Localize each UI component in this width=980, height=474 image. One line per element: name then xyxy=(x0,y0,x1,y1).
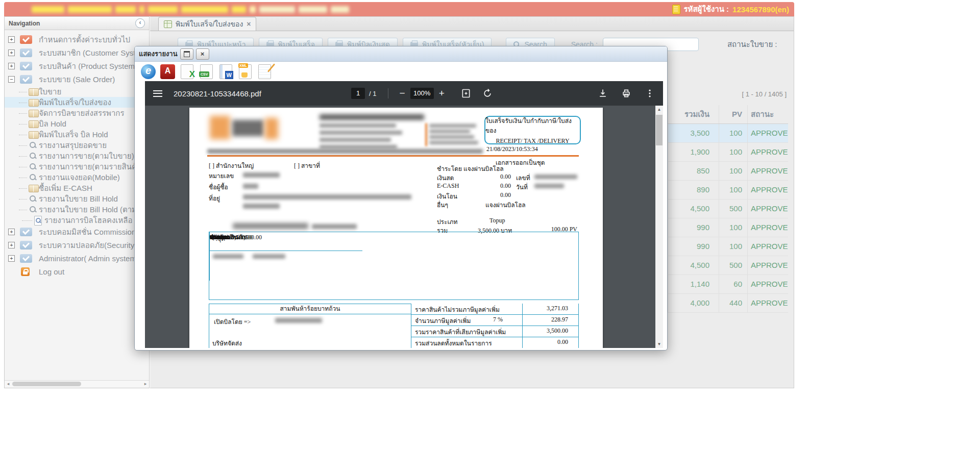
sidebar-item[interactable]: +ระบบสินค้า (Product System) xyxy=(5,60,149,73)
zoom-level-value[interactable]: 100% xyxy=(410,88,434,99)
amount-value: 3,500 xyxy=(668,124,719,142)
sidebar-item[interactable]: รายงานใบขาย Bill Hold xyxy=(5,193,149,204)
tree-expander-icon[interactable]: − xyxy=(8,76,15,83)
tree-expander-icon[interactable]: + xyxy=(8,49,15,56)
tree-expander-icon[interactable]: + xyxy=(8,63,15,69)
sidebar-item[interactable]: ใบขาย xyxy=(5,86,149,97)
tree-connector xyxy=(19,135,27,135)
amount-value: 990 xyxy=(668,237,719,256)
sidebar-item[interactable]: +ระบบความปลอดภัย(Security Syst xyxy=(5,239,149,252)
sales-row[interactable]: 990100APPROVE xyxy=(668,218,788,237)
pdf-content-area[interactable]: ใบเสร็จรับเงิน/ใบกำกับภาษี/ใบส่งของ RECE… xyxy=(145,106,663,348)
tree-connector xyxy=(19,124,27,124)
zoom-in-button[interactable]: + xyxy=(434,88,450,99)
menu-icon[interactable] xyxy=(153,90,162,97)
notes-export-button[interactable] xyxy=(258,64,271,79)
tab-close-icon[interactable]: × xyxy=(247,20,251,28)
xml-export-button[interactable] xyxy=(239,64,252,79)
sidebar-item[interactable]: รายงานการขาย(ตามรายสินค้า) xyxy=(5,161,149,172)
fit-page-button[interactable] xyxy=(461,88,471,98)
document-type-box: ใบเสร็จรับเงิน/ใบกำกับภาษี/ใบส่งของ RECE… xyxy=(484,116,581,144)
print-preview-export-button[interactable] xyxy=(141,64,156,79)
sales-row[interactable]: 1,900100APPROVE xyxy=(668,143,788,162)
redacted-text xyxy=(253,254,285,259)
sidebar-collapse-button[interactable]: ‹ xyxy=(135,18,145,28)
redacted-text xyxy=(331,6,349,13)
scrollbar-thumb[interactable] xyxy=(656,115,663,145)
sidebar-item[interactable]: Log out xyxy=(5,265,149,279)
page-number-input[interactable]: 1 xyxy=(351,88,365,99)
amount-in-words-box: สามพันห้าร้อยบาทถ้วน xyxy=(209,304,411,314)
rotate-button[interactable] xyxy=(482,88,493,98)
sidebar-item[interactable]: −ระบบขาย (Sale Order) xyxy=(5,73,149,86)
amount-value: 100 xyxy=(719,181,747,199)
more-options-button[interactable] xyxy=(645,88,655,98)
excel-export-button[interactable] xyxy=(181,64,193,79)
redacted-text xyxy=(320,131,402,135)
sidebar-item[interactable]: +ระบบคอมมิสชั่น Commission) xyxy=(5,226,149,239)
sidebar-item[interactable]: +Administrator( Admin system) xyxy=(5,252,149,265)
pdf-page-controls: 1 / 1 − 100% + xyxy=(351,88,493,99)
tree-expander-icon[interactable]: + xyxy=(8,229,15,235)
dialog-close-button[interactable]: × xyxy=(196,48,209,60)
csv-export-button[interactable] xyxy=(200,64,213,79)
sales-row[interactable]: 4,000440APPROVE xyxy=(668,294,788,313)
sales-row[interactable]: 890100APPROVE xyxy=(668,181,788,199)
sales-row[interactable]: 1,14060APPROVE xyxy=(668,275,788,294)
scroll-down-icon[interactable]: ▼ xyxy=(655,340,663,348)
tab-print-receipt[interactable]: พิมพ์ใบเสร็จ/ใบส่งของ × xyxy=(158,17,256,31)
sidebar-item[interactable]: +กำหนดการตั้งค่าระบบทั่วไป xyxy=(5,33,149,46)
tree-expander-icon[interactable]: + xyxy=(8,255,15,262)
sidebar-item[interactable]: รายงานสรุปยอดขาย xyxy=(5,140,149,151)
print-icon xyxy=(621,88,631,98)
doc-title-th: ใบเสร็จรับเงิน/ใบกำกับภาษี/ใบส่งของ xyxy=(485,116,580,135)
pagination-indicator: [ 1 - 10 / 1405 ] xyxy=(742,90,787,98)
scroll-up-icon[interactable]: ▲ xyxy=(655,106,663,113)
dialog-titlebar[interactable]: แสดงรายงาน × xyxy=(135,46,667,62)
export-toolbar xyxy=(135,62,667,81)
scroll-left-icon[interactable]: ◂ xyxy=(5,381,12,387)
amount-value: 1,900 xyxy=(668,143,719,161)
redacted-text xyxy=(213,254,243,259)
status-value: APPROVE xyxy=(747,162,788,180)
sales-row[interactable]: 3,500100APPROVE xyxy=(668,124,788,143)
dialog-body: 20230821-105334468.pdf 1 / 1 − 100% + xyxy=(135,62,667,350)
sidebar-item[interactable]: รายงานใบขาย Bill Hold (ตามราย xyxy=(5,204,149,215)
amount-value: 890 xyxy=(668,181,719,199)
sidebar-item[interactable]: รายงานแจงยอด(Mobile) xyxy=(5,172,149,183)
sales-row[interactable]: 4,500500APPROVE xyxy=(668,199,788,218)
sales-row[interactable]: 990100APPROVE xyxy=(668,237,788,256)
amount-value: 100 xyxy=(719,124,747,142)
sidebar-item[interactable]: จัดการบิลขายส่งสรรพากร xyxy=(5,108,149,118)
redacted-text xyxy=(259,6,295,13)
tree-expander-icon[interactable]: + xyxy=(8,36,15,43)
tree-connector xyxy=(19,167,27,167)
opened-by-label: เปิดบิลโดย => xyxy=(214,317,251,327)
tree-expander-icon[interactable]: + xyxy=(8,242,15,248)
sidebar-horizontal-scrollbar[interactable]: ◂ ▸ xyxy=(5,380,149,388)
search-icon xyxy=(29,141,37,149)
sidebar-item[interactable]: พิมพ์ใบเสร็จ บิล Hold xyxy=(5,129,149,140)
sales-row[interactable]: 850100APPROVE xyxy=(668,162,788,181)
sidebar-item[interactable]: บิล Hold xyxy=(5,118,149,129)
type-value: Topup xyxy=(489,217,505,224)
scrollbar-thumb[interactable] xyxy=(12,382,81,386)
pdf-export-button[interactable] xyxy=(160,64,175,79)
sidebar-item[interactable]: รายงานการขาย(ตามใบขาย) xyxy=(5,151,149,161)
sales-row[interactable]: 4,500500APPROVE xyxy=(668,256,788,275)
word-export-button[interactable] xyxy=(219,64,232,79)
sidebar-item[interactable]: พิมพ์ใบเสร็จ/ใบส่งของ xyxy=(5,97,149,108)
pdf-vertical-scrollbar[interactable]: ▲ ▼ xyxy=(655,106,663,348)
tree-connector xyxy=(22,220,32,221)
sidebar-item[interactable]: รายงานการบิลโฮลคงเหลือ xyxy=(5,215,149,226)
sidebar-item[interactable]: ซื้อเพิ่ม E-CASH xyxy=(5,183,149,193)
print-button[interactable] xyxy=(621,88,631,98)
dialog-maximize-button[interactable] xyxy=(180,48,193,60)
download-button[interactable] xyxy=(598,88,608,98)
sidebar-item-label: รายงานการขาย(ตามใบขาย) xyxy=(39,152,134,160)
scroll-right-icon[interactable]: ▸ xyxy=(142,381,149,387)
zoom-out-button[interactable]: − xyxy=(395,88,410,99)
sidebar-item[interactable]: +ระบบสมาชิก (Customer System) xyxy=(5,46,149,60)
sidebar-item-label: Log out xyxy=(39,267,64,276)
receipt-document-page: ใบเสร็จรับเงิน/ใบกำกับภาษี/ใบส่งของ RECE… xyxy=(189,108,603,348)
